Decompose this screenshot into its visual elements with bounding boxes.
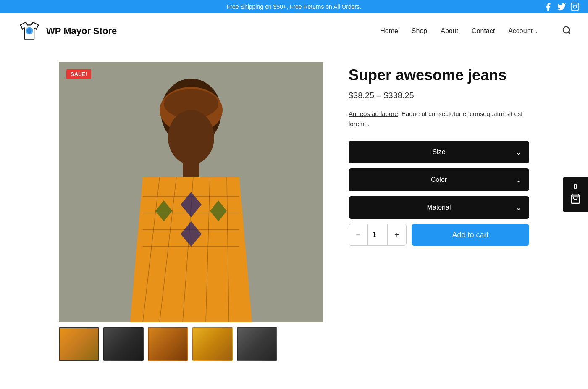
thumbnail-4[interactable]: [192, 327, 233, 361]
add-to-cart-button[interactable]: Add to cart: [412, 224, 529, 246]
svg-rect-16: [183, 160, 200, 177]
quantity-decrease-button[interactable]: −: [349, 224, 368, 246]
cart-count: 0: [566, 183, 585, 191]
logo[interactable]: WP Mayor Store: [17, 18, 117, 44]
main-product-image: [59, 62, 323, 322]
quantity-input[interactable]: [368, 224, 388, 246]
logo-icon: [17, 18, 42, 44]
cart-row: − + Add to cart: [349, 224, 529, 246]
svg-point-15: [168, 110, 214, 165]
quantity-control: − +: [349, 224, 407, 246]
nav-account-label: Account: [508, 27, 533, 35]
instagram-icon[interactable]: [570, 2, 580, 11]
product-title: Super awesome jeans: [349, 66, 529, 84]
header: WP Mayor Store Home Shop About Contact A…: [0, 13, 588, 49]
nav-home[interactable]: Home: [380, 27, 398, 35]
product-price: $38.25 – $338.25: [349, 91, 529, 100]
twitter-icon[interactable]: [557, 2, 566, 11]
product-image-svg: [59, 62, 323, 322]
banner-text: Free Shipping on $50+, Free Returns on A…: [227, 3, 361, 10]
size-label: Size: [357, 148, 521, 156]
color-label: Color: [357, 176, 521, 184]
svg-point-4: [27, 28, 32, 34]
color-dropdown[interactable]: Color ⌄: [349, 168, 529, 191]
floating-cart[interactable]: 0: [563, 177, 588, 212]
logo-text: WP Mayor Store: [46, 26, 117, 37]
svg-point-1: [573, 5, 576, 8]
main-content: SALE!: [42, 49, 546, 373]
search-button[interactable]: [562, 26, 571, 37]
quantity-increase-button[interactable]: +: [388, 224, 406, 246]
social-icons: [543, 2, 580, 11]
search-icon: [562, 26, 571, 35]
size-dropdown[interactable]: Size ⌄: [349, 141, 529, 163]
product-images: SALE!: [59, 62, 323, 361]
thumbnails: [59, 327, 323, 361]
top-banner: Free Shipping on $50+, Free Returns on A…: [0, 0, 588, 13]
main-nav: Home Shop About Contact Account ⌄: [380, 26, 571, 37]
nav-about[interactable]: About: [441, 27, 458, 35]
account-chevron-icon: ⌄: [534, 28, 538, 34]
product-description: Aut eos ad labore. Eaque ut consectetur …: [349, 109, 529, 129]
nav-shop[interactable]: Shop: [412, 27, 427, 35]
thumbnail-2[interactable]: [103, 327, 144, 361]
material-label: Material: [357, 204, 521, 211]
facebook-icon[interactable]: [543, 2, 553, 11]
cart-icon: [570, 193, 581, 204]
main-image-wrapper: SALE!: [59, 62, 323, 322]
svg-rect-0: [571, 3, 579, 11]
size-chevron-icon: ⌄: [515, 147, 522, 157]
thumbnail-1[interactable]: [59, 327, 99, 361]
svg-point-2: [577, 4, 578, 5]
description-link[interactable]: Aut eos ad labore: [349, 110, 398, 117]
product-details: Super awesome jeans $38.25 – $338.25 Aut…: [349, 62, 529, 246]
material-chevron-icon: ⌄: [515, 203, 522, 212]
nav-account[interactable]: Account ⌄: [508, 27, 538, 35]
sale-badge: SALE!: [66, 69, 91, 79]
svg-line-6: [568, 32, 570, 34]
nav-contact[interactable]: Contact: [472, 27, 495, 35]
material-dropdown[interactable]: Material ⌄: [349, 196, 529, 219]
color-chevron-icon: ⌄: [515, 175, 522, 184]
thumbnail-5[interactable]: [237, 327, 277, 361]
thumbnail-3[interactable]: [148, 327, 188, 361]
